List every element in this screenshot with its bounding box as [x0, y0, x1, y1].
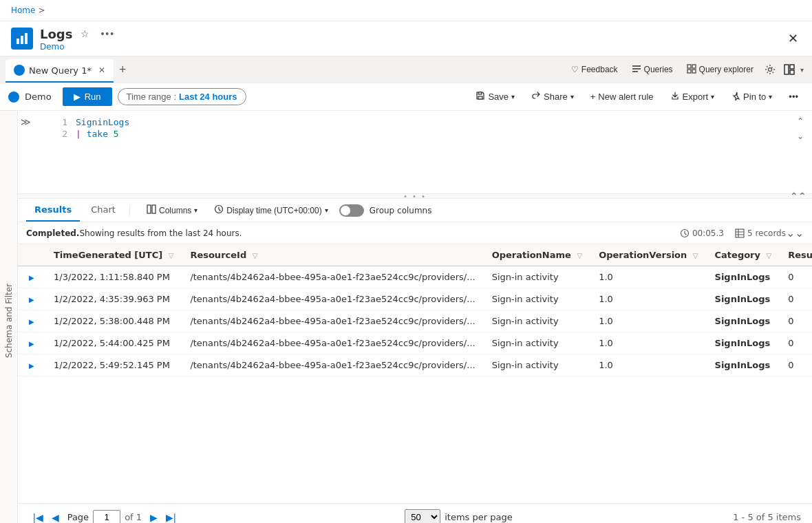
- editor-line-2-content[interactable]: | take 5: [76, 129, 812, 139]
- expand-row-button[interactable]: ▶: [26, 274, 37, 281]
- time-range-button[interactable]: Time range : Last 24 hours: [118, 88, 246, 105]
- page-label: Page: [67, 512, 89, 522]
- export-button[interactable]: Export ▾: [665, 88, 720, 105]
- time-filter-icon[interactable]: ▽: [169, 252, 174, 259]
- pipe-char: |: [76, 129, 81, 139]
- cell-operation-version: 1.0: [590, 288, 706, 310]
- results-tab-chart[interactable]: Chart: [83, 199, 124, 222]
- query-tab[interactable]: New Query 1* ✕: [6, 59, 114, 83]
- share-icon: [531, 91, 541, 103]
- cell-operation-name: Sign-in activity: [484, 310, 590, 332]
- expand-cell[interactable]: ▶: [18, 266, 45, 288]
- new-tab-button[interactable]: +: [114, 60, 132, 80]
- svg-rect-15: [478, 92, 482, 94]
- expand-cell[interactable]: ▶: [18, 310, 45, 332]
- cell-resource-id: /tenants/4b2462a4-bbee-495a-a0e1-f23ae52…: [182, 332, 483, 354]
- items-per-page-select[interactable]: 50 100 200: [405, 509, 440, 523]
- scroll-up-button[interactable]: ⌃: [794, 114, 806, 129]
- expand-cell[interactable]: ▶: [18, 288, 45, 310]
- breadcrumb-home[interactable]: Home: [11, 6, 35, 15]
- expand-cell[interactable]: ▶: [18, 354, 45, 376]
- layout-button[interactable]: [781, 61, 798, 78]
- collapse-editor-button[interactable]: ≫: [18, 114, 34, 130]
- share-chevron: ▾: [570, 93, 574, 100]
- display-time-button[interactable]: Display time (UTC+00:00) ▾: [209, 202, 333, 219]
- share-button[interactable]: Share ▾: [526, 88, 579, 105]
- app-title: Logs ☆ •••: [40, 25, 785, 42]
- group-columns-toggle[interactable]: [339, 204, 364, 217]
- svg-rect-0: [17, 39, 19, 44]
- svg-rect-14: [478, 96, 482, 99]
- explorer-icon: [687, 64, 696, 76]
- scroll-down-button[interactable]: ⌄: [794, 129, 806, 144]
- resize-handle[interactable]: • • • ⌃⌃: [18, 193, 812, 199]
- run-button[interactable]: ▶ Run: [63, 87, 112, 106]
- tab-icon: [14, 65, 25, 76]
- pin-to-button[interactable]: Pin to ▾: [725, 88, 778, 105]
- table-row: ▶ 1/2/2022, 5:49:52.145 PM /tenants/4b24…: [18, 354, 812, 376]
- cell-resource-id: /tenants/4b2462a4-bbee-495a-a0e1-f23ae52…: [182, 310, 483, 332]
- toolbar-more-icon: •••: [789, 92, 798, 102]
- next-page-button[interactable]: ▶: [146, 511, 162, 524]
- cell-operation-name: Sign-in activity: [484, 354, 590, 376]
- save-button[interactable]: Save ▾: [470, 88, 520, 105]
- editor-line-1-content[interactable]: SigninLogs: [76, 117, 812, 127]
- expand-row-button[interactable]: ▶: [26, 340, 37, 348]
- operation-filter-icon[interactable]: ▽: [577, 252, 582, 259]
- col-category: Category ▽: [707, 244, 780, 266]
- close-button[interactable]: ✕: [785, 28, 801, 49]
- new-alert-button[interactable]: + New alert rule: [585, 89, 659, 105]
- columns-button[interactable]: Columns ▾: [141, 202, 203, 219]
- prev-page-button[interactable]: ◀: [47, 511, 63, 524]
- svg-rect-2: [25, 33, 28, 44]
- last-page-button[interactable]: ▶|: [162, 511, 180, 524]
- queries-button[interactable]: Queries: [626, 61, 679, 78]
- cell-result: 0: [780, 332, 812, 354]
- cell-category: SignInLogs: [707, 310, 780, 332]
- pagination: |◀ ◀ Page of 1 ▶ ▶| 50 100 200 items per…: [18, 503, 812, 523]
- expand-cell[interactable]: ▶: [18, 332, 45, 354]
- time-range-prefix: Time range :: [127, 92, 177, 102]
- feedback-button[interactable]: ♡ Feedback: [566, 62, 623, 77]
- cell-result: 0: [780, 354, 812, 376]
- expand-row-button[interactable]: ▶: [26, 296, 37, 303]
- category-filter-icon[interactable]: ▽: [767, 252, 772, 259]
- cell-time-generated: 1/2/2022, 5:49:52.145 PM: [45, 354, 182, 376]
- results-tabs: Results Chart Columns ▾: [18, 199, 812, 222]
- title-info: Logs ☆ ••• Demo: [40, 25, 785, 52]
- collapse-results-button[interactable]: ⌃⌃: [790, 191, 806, 202]
- resource-filter-icon[interactable]: ▽: [253, 252, 258, 259]
- expand-rows-button[interactable]: ⌄⌄: [786, 226, 804, 239]
- svg-rect-11: [784, 65, 789, 74]
- cell-operation-version: 1.0: [590, 332, 706, 354]
- toolbar-more-button[interactable]: •••: [783, 89, 804, 105]
- cell-operation-name: Sign-in activity: [484, 266, 590, 288]
- query-explorer-button[interactable]: Query explorer: [681, 61, 759, 78]
- columns-chevron: ▾: [194, 206, 197, 214]
- favorite-button[interactable]: ☆: [78, 25, 92, 42]
- more-button[interactable]: •••: [98, 25, 118, 42]
- editor-container: ≫ 1 SigninLogs 2 | take 5 ⌃ ⌄: [18, 111, 812, 523]
- results-table-container: TimeGenerated [UTC] ▽ ResourceId ▽ Opera…: [18, 244, 812, 503]
- run-icon: ▶: [74, 92, 81, 102]
- first-page-button[interactable]: |◀: [29, 511, 47, 524]
- pin-icon: [731, 91, 740, 103]
- expand-row-button[interactable]: ▶: [26, 318, 37, 325]
- tab-bar: New Query 1* ✕ + ♡ Feedback Queries Quer…: [0, 56, 812, 83]
- results-tbody: ▶ 1/3/2022, 1:11:58.840 PM /tenants/4b24…: [18, 266, 812, 376]
- tab-close-button[interactable]: ✕: [98, 65, 105, 75]
- code-editor[interactable]: 1 SigninLogs 2 | take 5: [18, 111, 812, 193]
- record-count: 5 records: [735, 228, 786, 238]
- expand-row-button[interactable]: ▶: [26, 362, 37, 370]
- settings-button[interactable]: [762, 61, 778, 78]
- cell-category: SignInLogs: [707, 332, 780, 354]
- schema-sidebar[interactable]: Schema and Filter: [0, 111, 18, 523]
- pagination-summary: 1 - 5 of 5 items: [733, 512, 801, 522]
- svg-rect-8: [687, 70, 691, 73]
- results-tab-results[interactable]: Results: [26, 199, 80, 222]
- schema-sidebar-label[interactable]: Schema and Filter: [4, 278, 14, 363]
- page-input[interactable]: [93, 510, 120, 523]
- version-filter-icon[interactable]: ▽: [693, 252, 698, 259]
- take-value: 5: [114, 129, 119, 139]
- take-keyword: take: [87, 129, 114, 139]
